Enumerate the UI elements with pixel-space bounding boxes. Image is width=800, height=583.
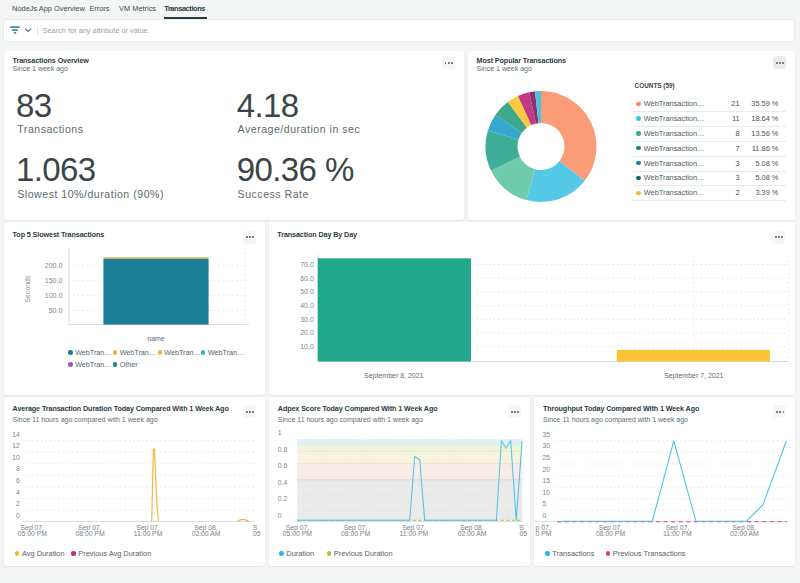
svg-text:50.0: 50.0 — [49, 307, 63, 314]
svg-text:40.0: 40.0 — [300, 302, 314, 309]
svg-text:4: 4 — [16, 488, 20, 495]
svg-text:35: 35 — [543, 431, 551, 438]
svg-text:150.0: 150.0 — [45, 277, 63, 284]
svg-text:10.0: 10.0 — [300, 343, 314, 350]
svg-text:100.0: 100.0 — [45, 292, 63, 299]
svg-text:0.4: 0.4 — [278, 479, 288, 486]
svg-text:200.0: 200.0 — [45, 262, 63, 269]
svg-text:10: 10 — [12, 454, 20, 461]
svg-text:2: 2 — [16, 500, 20, 507]
svg-text:name: name — [147, 335, 165, 342]
svg-text:September 7, 2021: September 7, 2021 — [664, 372, 724, 380]
svg-text:1: 1 — [278, 429, 282, 436]
svg-text:0: 0 — [16, 512, 20, 519]
svg-text:0.2: 0.2 — [278, 495, 288, 502]
svg-text:60.0: 60.0 — [300, 275, 314, 282]
svg-text:Seconds: Seconds — [24, 275, 31, 303]
svg-text:10: 10 — [543, 489, 551, 496]
svg-text:5: 5 — [543, 500, 547, 507]
svg-text:6: 6 — [16, 477, 20, 484]
svg-text:8: 8 — [16, 465, 20, 472]
svg-text:25: 25 — [543, 454, 551, 461]
svg-text:0.8: 0.8 — [278, 446, 288, 453]
svg-text:14: 14 — [12, 430, 20, 437]
svg-text:September 8, 2021: September 8, 2021 — [364, 372, 424, 380]
svg-text:70.0: 70.0 — [300, 261, 314, 268]
svg-text:50.0: 50.0 — [300, 289, 314, 296]
svg-text:20: 20 — [543, 465, 551, 472]
svg-text:30.0: 30.0 — [300, 316, 314, 323]
svg-text:0: 0 — [278, 512, 282, 519]
svg-text:30: 30 — [543, 442, 551, 449]
svg-text:12: 12 — [12, 442, 20, 449]
svg-text:15: 15 — [543, 477, 551, 484]
svg-text:0.6: 0.6 — [278, 462, 288, 469]
svg-text:20.0: 20.0 — [300, 330, 314, 337]
svg-text:0: 0 — [543, 512, 547, 519]
